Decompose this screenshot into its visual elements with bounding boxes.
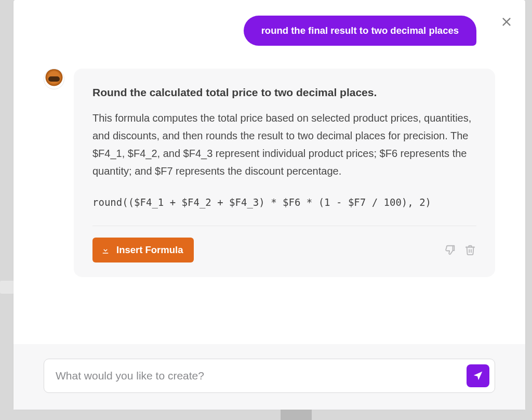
close-button[interactable] xyxy=(499,15,514,29)
delete-button[interactable] xyxy=(464,244,476,256)
assistant-avatar xyxy=(44,69,64,89)
insert-formula-label: Insert Formula xyxy=(116,244,183,256)
send-icon xyxy=(472,370,484,382)
chat-panel: round the final result to two decimal pl… xyxy=(14,0,525,410)
thumbs-down-button[interactable] xyxy=(444,244,457,256)
send-button[interactable] xyxy=(467,364,489,387)
user-message-text: round the final result to two decimal pl… xyxy=(261,25,459,36)
input-bar xyxy=(44,359,495,393)
prompt-input[interactable] xyxy=(56,370,460,382)
thumbs-down-icon xyxy=(445,244,456,256)
feedback-actions xyxy=(444,244,476,256)
card-actions: Insert Formula xyxy=(92,238,476,262)
chat-body: round the final result to two decimal pl… xyxy=(14,0,525,329)
trash-icon xyxy=(464,244,476,256)
formula-code: round(($F4_1 + $F4_2 + $F4_3) * $F6 * (1… xyxy=(92,196,476,226)
assistant-body: This formula computes the total price ba… xyxy=(92,109,476,180)
user-message-bubble: round the final result to two decimal pl… xyxy=(244,16,476,46)
assistant-card: Round the calculated total price to two … xyxy=(74,69,495,277)
assistant-title: Round the calculated total price to two … xyxy=(92,86,476,99)
download-icon xyxy=(101,245,110,255)
insert-formula-button[interactable]: Insert Formula xyxy=(92,238,194,262)
close-icon xyxy=(501,16,512,28)
assistant-row: Round the calculated total price to two … xyxy=(44,69,495,277)
divider xyxy=(92,226,476,226)
input-area xyxy=(14,344,525,410)
